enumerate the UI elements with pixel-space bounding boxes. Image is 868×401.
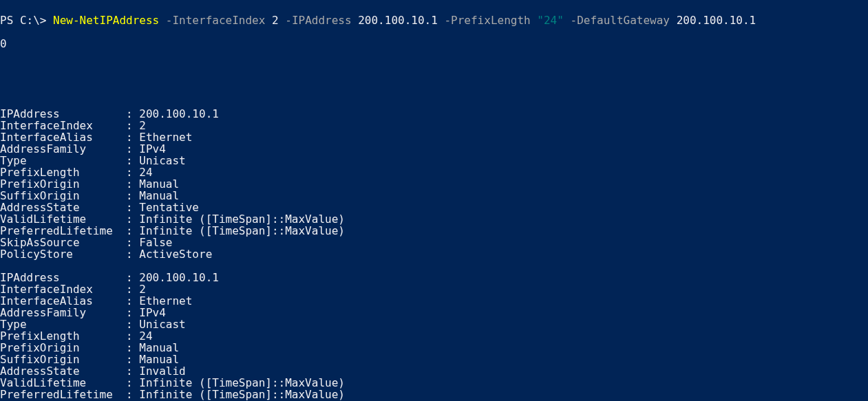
property-separator: : — [119, 248, 139, 261]
output-property-row: AddressFamily : IPv4 — [0, 307, 868, 318]
command-output: IPAddress : 200.100.10.1InterfaceIndex :… — [0, 108, 868, 401]
output-property-row: PolicyStore : ActiveStore — [0, 248, 868, 260]
output-property-row: Type : Unicast — [0, 318, 868, 330]
output-property-row: Type : Unicast — [0, 155, 868, 166]
output-property-row: SuffixOrigin : Manual — [0, 354, 868, 365]
param-prefixlength: -PrefixLength — [444, 14, 530, 27]
output-property-row: SuffixOrigin : Manual — [0, 190, 868, 202]
output-property-row: PrefixLength : 24 — [0, 166, 868, 178]
output-property-row: IPAddress : 200.100.10.1 — [0, 272, 868, 283]
param-interfaceindex-value: 2 — [272, 14, 279, 27]
output-property-row: InterfaceIndex : 2 — [0, 120, 868, 131]
param-defaultgateway: -DefaultGateway — [571, 14, 670, 27]
command-line-1: PS C:\> New-NetIPAddress -InterfaceIndex… — [0, 14, 868, 26]
property-value: 200.100.10.1 — [139, 107, 219, 120]
property-value: 200.100.10.1 — [139, 271, 219, 284]
output-property-row: InterfaceAlias : Ethernet — [0, 295, 868, 307]
output-property-row: PreferredLifetime : Infinite ([TimeSpan]… — [0, 225, 868, 237]
param-ipaddress-value: 200.100.10.1 — [358, 14, 438, 27]
property-value: ActiveStore — [139, 248, 212, 261]
cmdlet-name: New-NetIPAddress — [53, 14, 159, 27]
output-property-row: IPAddress : 200.100.10.1 — [0, 108, 868, 120]
output-property-row: AddressFamily : IPv4 — [0, 143, 868, 155]
blank-line — [0, 85, 868, 96]
output-property-row: InterfaceAlias : Ethernet — [0, 131, 868, 143]
param-interfaceindex: -InterfaceIndex — [166, 14, 266, 27]
output-property-row: PrefixOrigin : Manual — [0, 178, 868, 190]
output-property-row: ValidLifetime : Infinite ([TimeSpan]::Ma… — [0, 377, 868, 389]
output-property-row: AddressState : Invalid — [0, 365, 868, 377]
blank-line — [0, 260, 868, 272]
prompt: PS C:\> — [0, 14, 53, 27]
blank-line — [0, 61, 868, 73]
output-property-row: PreferredLifetime : Infinite ([TimeSpan]… — [0, 389, 868, 400]
param-ipaddress: -IPAddress — [285, 14, 351, 27]
powershell-terminal[interactable]: PS C:\> New-NetIPAddress -InterfaceIndex… — [0, 0, 868, 401]
output-property-row: SkipAsSource : False — [0, 237, 868, 248]
command-line-2: 0 — [0, 38, 868, 50]
param-defaultgateway-value-2: 0 — [0, 37, 7, 50]
output-property-row: PrefixLength : 24 — [0, 330, 868, 342]
output-property-row: PrefixOrigin : Manual — [0, 342, 868, 354]
param-prefixlength-value: "24" — [537, 14, 564, 27]
param-defaultgateway-value-1: 200.100.10.1 — [677, 14, 756, 27]
output-property-row: InterfaceIndex : 2 — [0, 283, 868, 295]
property-name: PolicyStore — [0, 248, 119, 261]
output-property-row: AddressState : Tentative — [0, 202, 868, 213]
output-property-row: ValidLifetime : Infinite ([TimeSpan]::Ma… — [0, 213, 868, 225]
